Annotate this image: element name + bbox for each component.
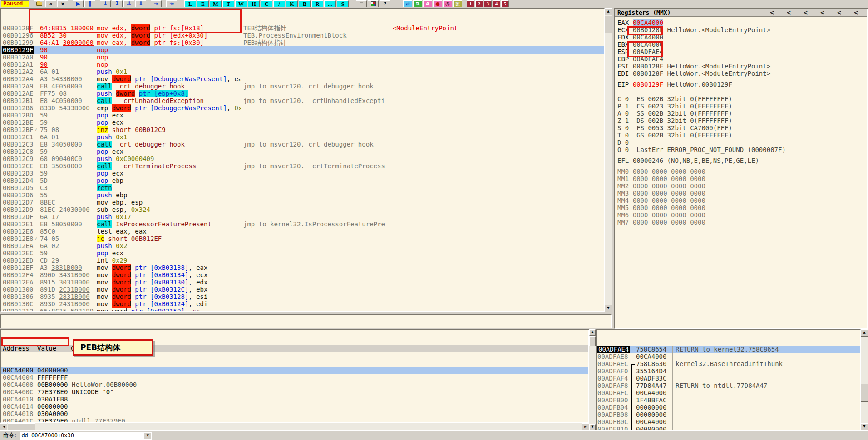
register-line[interactable]: EDI 00B0128F HelloWor.<ModuleEntryPoint> [617, 70, 867, 77]
register-line[interactable]: MM4 0000 0000 0000 0000 [617, 197, 867, 204]
plugin-number-button-3[interactable]: 3 [484, 0, 492, 7]
dump-row[interactable]: 00CA4018030A0000 [1, 410, 588, 417]
disasm-row[interactable]: 00B012D359pop ecx [1, 170, 604, 177]
disasm-row[interactable]: 00B0128F64:8B15 18000000mov edx, dword p… [1, 24, 604, 32]
dump-row[interactable]: 00CA400C77E37BE0UNICODE "0" [1, 388, 588, 396]
scroll-down-icon[interactable]: ▼ [605, 305, 612, 312]
register-line[interactable]: MM0 0000 0000 0000 0000 [617, 168, 867, 175]
disasm-row[interactable]: 00B012C16A 01push 0x1 [1, 133, 604, 141]
stack-row[interactable]: 00ADFB001F4BBFAC [597, 396, 860, 404]
scroll-thumb[interactable] [605, 16, 612, 33]
go-to-address-button[interactable]: ↠ [166, 0, 177, 7]
disasm-row[interactable]: 00B012EC59pop ecx [1, 249, 604, 257]
command-input[interactable] [21, 433, 142, 439]
dump-row[interactable]: 00CA4004FFFFFFFF [1, 374, 588, 381]
disasm-row[interactable]: 00B012BE59pop ecx [1, 119, 604, 126]
disasm-row[interactable]: 00B012EA6A 02push 0x2 [1, 242, 604, 249]
scroll-down-icon[interactable]: ▼ [589, 424, 596, 430]
plugin-number-button-2[interactable]: 2 [475, 0, 483, 7]
chevron-left-icon[interactable]: < [797, 10, 814, 15]
register-line[interactable]: T 0 GS 002B 32bit 0(FFFFFFFF) [617, 132, 867, 139]
disasm-row[interactable]: 00B012D45Dpop ebp [1, 177, 604, 184]
window-button-h[interactable]: H [248, 0, 260, 7]
stack-row[interactable]: 00ADFB0800000000 [597, 411, 860, 418]
scroll-left-icon[interactable]: ◄ [0, 423, 7, 430]
register-line[interactable]: S 0 FS 0053 32bit CA7000(FFF) [617, 124, 867, 132]
disassembly-scrollbar[interactable]: ▲ ▼ [605, 8, 612, 312]
window-button-e[interactable]: E [197, 0, 209, 7]
dump-vertical-scrollbar[interactable]: ▲ ▼ [589, 329, 596, 430]
run-button[interactable]: ▶ [73, 0, 84, 7]
dump-row[interactable]: 00CA4010030A1EB8 [1, 396, 588, 403]
window-button-c[interactable]: C [261, 0, 272, 7]
dump-header-address[interactable]: Address [1, 345, 35, 352]
chevron-left-icon[interactable]: < [848, 10, 864, 15]
disasm-row[interactable]: 00B012C3E8 34050000call _crt_debugger_ho… [1, 141, 604, 148]
appearance-button[interactable] [368, 0, 379, 7]
window-button-s[interactable]: S [337, 0, 349, 7]
disasm-row[interactable]: 00B0129F90nop [1, 46, 604, 54]
close-button[interactable]: × [57, 0, 68, 7]
scroll-up-icon[interactable]: ▲ [605, 8, 612, 15]
register-line[interactable]: Z 1 DS 002B 32bit 0(FFFFFFFF) [617, 117, 867, 124]
stack-row[interactable]: 00ADFB0400000000 [597, 404, 860, 411]
disasm-row[interactable]: 00B012D655push ebp [1, 191, 604, 199]
chevron-left-icon[interactable]: < [780, 10, 797, 15]
register-line[interactable]: EDX 00CA4000 [617, 34, 867, 41]
stack-row[interactable]: 00ADFB0C00CA4000 [597, 418, 860, 425]
disasm-row[interactable]: 00B01300891D 2C31B000mov dword ptr [0xB0… [1, 286, 604, 293]
register-line[interactable]: EBP 00ADFAF4 [617, 55, 867, 63]
chevron-down-icon[interactable]: ▼ [144, 432, 151, 439]
target-icon[interactable]: ◎ [443, 0, 452, 7]
disasm-row[interactable]: 00B012F4890D 3431B000mov dword ptr [0xB0… [1, 271, 604, 279]
disasm-row[interactable]: 00B012BF˅75 08jnz short 00B012C9 [1, 126, 604, 133]
animate-over-button[interactable]: ⇓ [135, 0, 146, 7]
dump-header-value[interactable]: Value [35, 345, 69, 352]
view-menu-button[interactable]: ≡ [356, 0, 367, 7]
disasm-row[interactable]: 00B012AEFF75 08push dword ptr [ebp+0x8] [1, 90, 604, 97]
disasm-row[interactable]: 00B012A26A 01push 0x1 [1, 68, 604, 75]
disasm-row[interactable]: 00B012968B52 30mov edx, dword ptr [edx+0… [1, 32, 604, 39]
dump-row[interactable]: 00CA401400000000 [1, 403, 588, 410]
stack-row[interactable]: 00ADFAF400ADFB3C [597, 375, 860, 382]
register-line[interactable]: EIP 00B0129F HelloWor.00B0129F [617, 81, 867, 88]
stack-row[interactable]: 00ADFB1000000000 [597, 425, 860, 430]
disasm-row[interactable]: 00B012A090nop [1, 54, 604, 61]
disasm-row[interactable]: 00B012D78BECmov ebp, esp [1, 199, 604, 206]
stack-row[interactable]: 00ADFAEC758C8630kernel32.BaseThreadInitT… [597, 360, 860, 367]
analyze-a-icon[interactable]: A [423, 0, 432, 7]
restart-button[interactable]: « [45, 0, 56, 7]
registers-title-bar[interactable]: Registers (MMX) <<<<<< [615, 9, 867, 17]
scroll-thumb[interactable] [589, 336, 596, 346]
disasm-row[interactable]: 00B012CEE8 35050000call __crtTerminatePr… [1, 162, 604, 170]
register-line[interactable]: MM3 0000 0000 0000 0000 [617, 190, 867, 197]
register-line[interactable]: EAX 00CA4000 [617, 19, 867, 26]
disasm-row[interactable]: 00B0131266:8C15 5031B000mov word ptr [0x… [1, 308, 604, 312]
window-button-k[interactable]: K [286, 0, 298, 7]
dump-horizontal-scrollbar[interactable]: ◄ ► [0, 423, 589, 430]
window-button-w[interactable]: W [235, 0, 247, 7]
register-line[interactable]: P 1 CS 0023 32bit 0(FFFFFFFF) [617, 103, 867, 110]
disasm-row[interactable]: 00B012C968 090400C0push 0xC0000409 [1, 155, 604, 162]
disasm-row[interactable]: 00B012FA8915 3031B000mov dword ptr [0xB0… [1, 279, 604, 286]
disasm-row[interactable]: 00B012E8˅74 05je short 00B012EF [1, 235, 604, 242]
register-line[interactable]: MM2 0000 0000 0000 0000 [617, 182, 867, 190]
scroll-up-icon[interactable]: ▲ [589, 329, 596, 336]
register-line[interactable]: ESI 00B0128F HelloWor.<ModuleEntryPoint> [617, 63, 867, 70]
help-button[interactable]: ? [380, 0, 390, 7]
chevron-left-icon[interactable]: < [831, 10, 848, 15]
step-into-button[interactable]: ↓ [100, 0, 111, 7]
step-over-button[interactable]: ↧ [112, 0, 123, 7]
chevron-left-icon[interactable]: < [764, 10, 780, 15]
register-line[interactable]: A 0 SS 002B 32bit 0(FFFFFFFF) [617, 110, 867, 117]
window-button-l[interactable]: L [184, 0, 196, 7]
window-button-runtrace[interactable]: ... [324, 0, 336, 7]
plugin-number-button-5[interactable]: 5 [501, 0, 509, 7]
register-line[interactable]: MM1 0000 0000 0000 0000 [617, 175, 867, 182]
dump-row[interactable]: 00CA400800B00000HelloWor.00B00000 [1, 381, 588, 388]
disasm-row[interactable]: 00B012A190nop [1, 61, 604, 68]
window-button-m[interactable]: M [210, 0, 222, 7]
stack-row[interactable]: 00ADFAE800CA4000 [597, 353, 860, 360]
binary-icon[interactable]: 010101 [453, 0, 462, 7]
register-line[interactable]: ESP 00ADFAE4 [617, 48, 867, 55]
